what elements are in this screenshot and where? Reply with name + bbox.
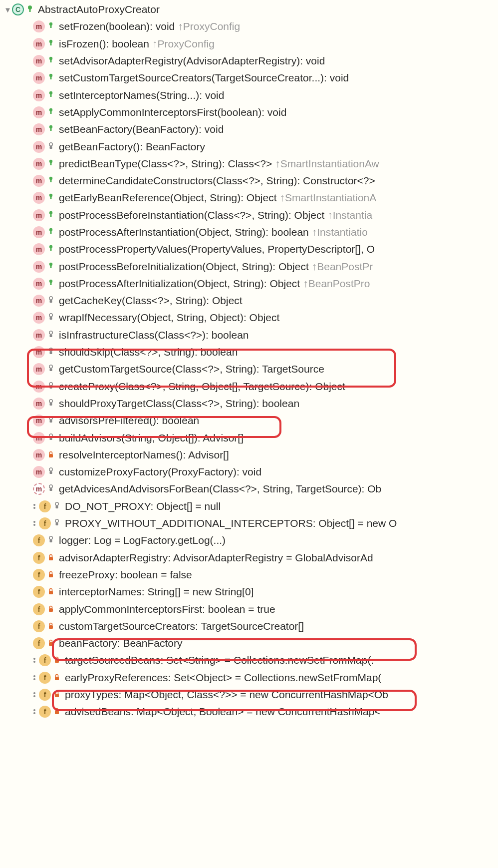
member-row[interactable]: msetBeanFactory(BeanFactory): void [0,121,498,138]
protected-icon [47,467,55,477]
protected-icon [47,433,55,443]
svg-rect-25 [50,214,52,217]
method-icon: m [33,278,45,290]
member-row[interactable]: fproxyTypes: Map<Object, Class<?>> = new… [0,686,498,703]
svg-rect-21 [50,179,52,182]
member-row[interactable]: mpostProcessAfterInitialization(Object, … [0,275,498,292]
member-signature: getCacheKey(Class<?>, String): Object [59,295,243,307]
member-row[interactable]: mpostProcessAfterInstantiation(Object, S… [0,224,498,241]
member-row[interactable]: mpostProcessBeforeInstantiation(Class<?>… [0,207,498,224]
class-icon: C [12,3,24,15]
private-icon [47,450,55,460]
class-name: AbstractAutoProxyCreator [38,3,160,15]
protected-icon [47,142,55,152]
member-signature: advisorAdapterRegistry: AdvisorAdapterRe… [59,552,373,564]
member-row[interactable]: mdetermineCandidateConstructors(Class<?>… [0,172,498,189]
member-row[interactable]: fadvisedBeans: Map<Object, Boolean> = ne… [0,703,498,720]
public-icon [47,262,55,272]
field-icon: f [33,552,45,564]
svg-rect-84 [55,711,59,714]
svg-point-59 [55,502,58,505]
member-row[interactable]: mwrapIfNecessary(Object, String, Object)… [0,309,498,326]
svg-rect-23 [50,196,52,199]
expand-arrow-icon[interactable]: ▼ [4,5,10,14]
member-row[interactable]: fadvisorAdapterRegistry: AdvisorAdapterR… [0,549,498,566]
member-row[interactable]: fearlyProxyReferences: Set<Object> = Col… [0,669,498,686]
member-row[interactable]: fbeanFactory: BeanFactory [0,635,498,652]
method-icon: m [33,158,45,170]
member-row[interactable]: mgetEarlyBeanReference(Object, String): … [0,189,498,206]
member-row[interactable]: mresolveInterceptorNames(): Advisor[] [0,446,498,463]
member-row[interactable]: fDO_NOT_PROXY: Object[] = null [0,498,498,515]
member-row[interactable]: msetAdvisorAdapterRegistry(AdvisorAdapte… [0,52,498,69]
member-row[interactable]: mpostProcessBeforeInitialization(Object,… [0,258,498,275]
member-row[interactable]: mgetCacheKey(Class<?>, String): Object [0,292,498,309]
member-signature: earlyProxyReferences: Set<Object> = Coll… [65,672,381,684]
member-row[interactable]: mbuildAdvisors(String, Object[]): Adviso… [0,429,498,446]
member-row[interactable]: mpredictBeanType(Class<?>, String): Clas… [0,155,498,172]
member-signature: shouldProxyTargetClass(Class<?>, String)… [59,398,299,410]
member-row[interactable]: misFrozen(): boolean↑ProxyConfig [0,35,498,52]
member-row[interactable]: fapplyCommonInterceptorsFirst: boolean =… [0,600,498,617]
svg-rect-69 [49,591,53,594]
member-row[interactable]: mshouldProxyTargetClass(Class<?>, String… [0,395,498,412]
member-row[interactable]: misInfrastructureClass(Class<?>): boolea… [0,327,498,344]
public-icon [47,176,55,186]
member-signature: freezeProxy: boolean = false [59,569,192,581]
member-row[interactable]: msetApplyCommonInterceptorsFirst(boolean… [0,104,498,121]
member-signature: isInfrastructureClass(Class<?>): boolean [59,329,249,341]
member-row[interactable]: mpostProcessPropertyValues(PropertyValue… [0,241,498,258]
protected-icon [47,330,55,340]
member-signature: beanFactory: BeanFactory [59,637,182,649]
member-row[interactable]: mgetCustomTargetSource(Class<?>, String)… [0,361,498,378]
method-icon: m [33,192,45,204]
member-signature: targetSourcedBeans: Set<String> = Collec… [65,654,374,666]
member-signature: customTargetSourceCreators: TargetSource… [59,620,304,632]
member-signature: determineCandidateConstructors(Class<?>,… [59,175,375,187]
svg-point-36 [49,314,52,317]
member-row[interactable]: fcustomTargetSourceCreators: TargetSourc… [0,618,498,635]
svg-point-65 [49,536,52,539]
member-row[interactable]: msetFrozen(boolean): void↑ProxyConfig [0,18,498,35]
member-row[interactable]: finterceptorNames: String[] = new String… [0,583,498,600]
member-signature: setCustomTargetSourceCreators(TargetSour… [59,72,349,84]
member-row[interactable]: msetCustomTargetSourceCreators(TargetSou… [0,69,498,86]
field-icon: f [33,586,45,598]
member-origin: ↑SmartInstantiationA [280,192,377,204]
static-icon [31,706,38,718]
method-icon: m [33,346,45,358]
member-row[interactable]: ffreezeProxy: boolean = false [0,566,498,583]
member-row[interactable]: ftargetSourcedBeans: Set<String> = Colle… [0,652,498,669]
member-signature: PROXY_WITHOUT_ADDITIONAL_INTERCEPTORS: O… [65,517,397,529]
static-icon [31,689,38,701]
structure-tree: ▼ C AbstractAutoProxyCreator msetFrozen(… [0,0,498,720]
svg-point-44 [49,382,52,385]
member-signature: setAdvisorAdapterRegistry(AdvisorAdapter… [59,55,325,67]
member-row[interactable]: mgetAdvicesAndAdvisorsForBean(Class<?>, … [0,480,498,497]
class-row[interactable]: ▼ C AbstractAutoProxyCreator [0,1,498,18]
member-row[interactable]: msetInterceptorNames(String...): void [0,86,498,103]
member-row[interactable]: mshouldSkip(Class<?>, String): boolean [0,344,498,361]
protected-icon [47,296,55,306]
public-icon [47,124,55,134]
svg-rect-66 [50,540,52,542]
method-icon: m [33,432,45,444]
member-origin: ↑BeanPostPr [312,261,373,273]
member-signature: isFrozen(): boolean [59,38,149,50]
member-row[interactable]: flogger: Log = LogFactory.getLog(...) [0,532,498,549]
svg-point-16 [49,142,52,145]
method-icon: m [33,261,45,273]
member-row[interactable]: madvisorsPreFiltered(): boolean [0,412,498,429]
public-icon [47,39,55,49]
member-row[interactable]: mcreateProxy(Class<?>, String, Object[],… [0,378,498,395]
svg-rect-72 [49,642,53,646]
svg-rect-7 [50,59,52,62]
member-signature: setInterceptorNames(String...): void [59,89,224,101]
static-icon [31,654,38,666]
member-row[interactable]: mgetBeanFactory(): BeanFactory [0,138,498,155]
member-row[interactable]: mcustomizeProxyFactory(ProxyFactory): vo… [0,463,498,480]
method-icon: m [33,415,45,427]
public-icon [47,90,55,100]
member-row[interactable]: fPROXY_WITHOUT_ADDITIONAL_INTERCEPTORS: … [0,515,498,532]
svg-point-61 [33,521,35,523]
